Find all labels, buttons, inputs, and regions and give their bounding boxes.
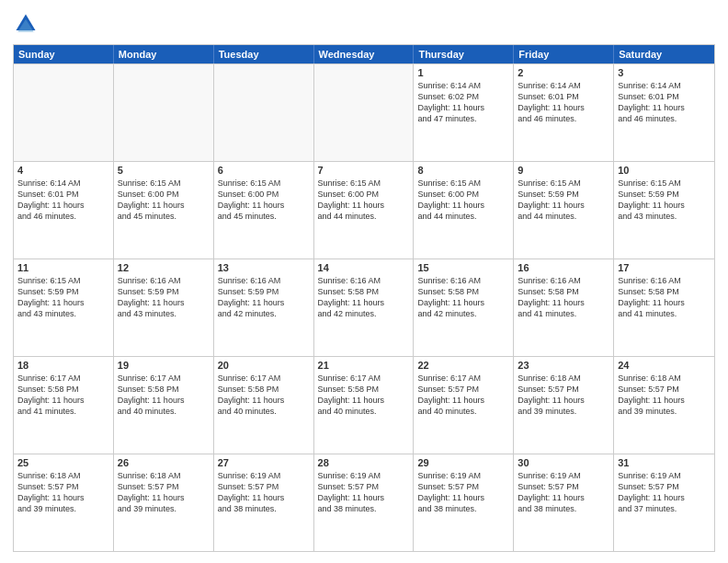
calendar-day-cell: 1Sunrise: 6:14 AM Sunset: 6:02 PM Daylig… xyxy=(414,64,514,161)
day-number: 24 xyxy=(618,360,711,371)
day-info: Sunrise: 6:17 AM Sunset: 5:58 PM Dayligh… xyxy=(17,373,109,418)
day-info: Sunrise: 6:19 AM Sunset: 5:57 PM Dayligh… xyxy=(417,470,509,515)
day-number: 5 xyxy=(118,165,210,176)
day-number: 3 xyxy=(618,67,711,78)
calendar-header-cell: Wednesday xyxy=(314,45,415,63)
day-info: Sunrise: 6:15 AM Sunset: 5:59 PM Dayligh… xyxy=(618,178,711,223)
calendar-day-cell: 15Sunrise: 6:16 AM Sunset: 5:58 PM Dayli… xyxy=(414,259,514,356)
calendar-week-row: 4Sunrise: 6:14 AM Sunset: 6:01 PM Daylig… xyxy=(14,161,714,259)
logo xyxy=(13,11,42,37)
calendar-header-cell: Tuesday xyxy=(214,45,314,63)
day-number: 10 xyxy=(618,165,711,176)
calendar-day-cell: 30Sunrise: 6:19 AM Sunset: 5:57 PM Dayli… xyxy=(514,454,614,551)
calendar-day-cell: 25Sunrise: 6:18 AM Sunset: 5:57 PM Dayli… xyxy=(14,454,114,551)
day-number: 13 xyxy=(218,262,310,273)
day-info: Sunrise: 6:18 AM Sunset: 5:57 PM Dayligh… xyxy=(118,470,210,515)
day-info: Sunrise: 6:17 AM Sunset: 5:58 PM Dayligh… xyxy=(118,373,210,418)
day-info: Sunrise: 6:15 AM Sunset: 6:00 PM Dayligh… xyxy=(118,178,210,223)
day-number: 17 xyxy=(618,262,711,273)
calendar: SundayMondayTuesdayWednesdayThursdayFrid… xyxy=(13,44,715,552)
day-number: 14 xyxy=(318,262,410,273)
calendar-day-cell: 5Sunrise: 6:15 AM Sunset: 6:00 PM Daylig… xyxy=(114,162,214,259)
calendar-header: SundayMondayTuesdayWednesdayThursdayFrid… xyxy=(14,45,714,63)
day-number: 18 xyxy=(17,360,109,371)
calendar-day-cell: 4Sunrise: 6:14 AM Sunset: 6:01 PM Daylig… xyxy=(14,162,114,259)
day-info: Sunrise: 6:14 AM Sunset: 6:01 PM Dayligh… xyxy=(618,80,711,125)
day-number: 11 xyxy=(17,262,109,273)
calendar-day-cell xyxy=(114,64,214,161)
calendar-day-cell: 12Sunrise: 6:16 AM Sunset: 5:59 PM Dayli… xyxy=(114,259,214,356)
day-number: 9 xyxy=(518,165,609,176)
day-info: Sunrise: 6:14 AM Sunset: 6:02 PM Dayligh… xyxy=(417,80,509,125)
logo-icon xyxy=(13,11,39,37)
day-number: 15 xyxy=(417,262,509,273)
day-info: Sunrise: 6:15 AM Sunset: 6:00 PM Dayligh… xyxy=(318,178,410,223)
day-number: 7 xyxy=(318,165,410,176)
calendar-day-cell: 2Sunrise: 6:14 AM Sunset: 6:01 PM Daylig… xyxy=(514,64,614,161)
calendar-week-row: 18Sunrise: 6:17 AM Sunset: 5:58 PM Dayli… xyxy=(14,356,714,454)
calendar-day-cell: 26Sunrise: 6:18 AM Sunset: 5:57 PM Dayli… xyxy=(114,454,214,551)
calendar-header-cell: Saturday xyxy=(614,45,714,63)
calendar-day-cell: 6Sunrise: 6:15 AM Sunset: 6:00 PM Daylig… xyxy=(214,162,314,259)
day-info: Sunrise: 6:16 AM Sunset: 5:58 PM Dayligh… xyxy=(618,275,711,320)
day-info: Sunrise: 6:14 AM Sunset: 6:01 PM Dayligh… xyxy=(17,178,109,223)
calendar-day-cell xyxy=(214,64,314,161)
day-number: 26 xyxy=(118,457,210,468)
calendar-day-cell: 27Sunrise: 6:19 AM Sunset: 5:57 PM Dayli… xyxy=(214,454,314,551)
day-number: 30 xyxy=(518,457,609,468)
calendar-header-cell: Friday xyxy=(514,45,614,63)
calendar-day-cell: 17Sunrise: 6:16 AM Sunset: 5:58 PM Dayli… xyxy=(614,259,714,356)
calendar-day-cell: 28Sunrise: 6:19 AM Sunset: 5:57 PM Dayli… xyxy=(314,454,415,551)
calendar-day-cell: 10Sunrise: 6:15 AM Sunset: 5:59 PM Dayli… xyxy=(614,162,714,259)
calendar-day-cell: 13Sunrise: 6:16 AM Sunset: 5:59 PM Dayli… xyxy=(214,259,314,356)
day-info: Sunrise: 6:18 AM Sunset: 5:57 PM Dayligh… xyxy=(17,470,109,515)
day-info: Sunrise: 6:18 AM Sunset: 5:57 PM Dayligh… xyxy=(618,373,711,418)
day-number: 27 xyxy=(218,457,310,468)
day-number: 21 xyxy=(318,360,410,371)
day-number: 6 xyxy=(218,165,310,176)
calendar-day-cell: 11Sunrise: 6:15 AM Sunset: 5:59 PM Dayli… xyxy=(14,259,114,356)
day-number: 12 xyxy=(118,262,210,273)
day-number: 28 xyxy=(318,457,410,468)
day-info: Sunrise: 6:16 AM Sunset: 5:58 PM Dayligh… xyxy=(518,275,609,320)
calendar-day-cell: 3Sunrise: 6:14 AM Sunset: 6:01 PM Daylig… xyxy=(614,64,714,161)
day-info: Sunrise: 6:15 AM Sunset: 6:00 PM Dayligh… xyxy=(417,178,509,223)
calendar-day-cell: 22Sunrise: 6:17 AM Sunset: 5:57 PM Dayli… xyxy=(414,357,514,454)
day-info: Sunrise: 6:17 AM Sunset: 5:58 PM Dayligh… xyxy=(218,373,310,418)
day-info: Sunrise: 6:18 AM Sunset: 5:57 PM Dayligh… xyxy=(518,373,609,418)
calendar-day-cell: 24Sunrise: 6:18 AM Sunset: 5:57 PM Dayli… xyxy=(614,357,714,454)
calendar-day-cell: 7Sunrise: 6:15 AM Sunset: 6:00 PM Daylig… xyxy=(314,162,415,259)
calendar-day-cell: 14Sunrise: 6:16 AM Sunset: 5:58 PM Dayli… xyxy=(314,259,415,356)
calendar-day-cell: 16Sunrise: 6:16 AM Sunset: 5:58 PM Dayli… xyxy=(514,259,614,356)
header xyxy=(13,11,715,37)
day-info: Sunrise: 6:19 AM Sunset: 5:57 PM Dayligh… xyxy=(218,470,310,515)
day-info: Sunrise: 6:19 AM Sunset: 5:57 PM Dayligh… xyxy=(518,470,609,515)
calendar-day-cell: 31Sunrise: 6:19 AM Sunset: 5:57 PM Dayli… xyxy=(614,454,714,551)
day-info: Sunrise: 6:14 AM Sunset: 6:01 PM Dayligh… xyxy=(518,80,609,125)
day-number: 1 xyxy=(417,67,509,78)
calendar-day-cell: 19Sunrise: 6:17 AM Sunset: 5:58 PM Dayli… xyxy=(114,357,214,454)
calendar-day-cell xyxy=(14,64,114,161)
day-number: 8 xyxy=(417,165,509,176)
calendar-week-row: 1Sunrise: 6:14 AM Sunset: 6:02 PM Daylig… xyxy=(14,63,714,161)
day-info: Sunrise: 6:16 AM Sunset: 5:59 PM Dayligh… xyxy=(218,275,310,320)
day-info: Sunrise: 6:17 AM Sunset: 5:58 PM Dayligh… xyxy=(318,373,410,418)
day-number: 22 xyxy=(417,360,509,371)
day-number: 23 xyxy=(518,360,609,371)
day-number: 25 xyxy=(17,457,109,468)
calendar-day-cell xyxy=(314,64,415,161)
calendar-body: 1Sunrise: 6:14 AM Sunset: 6:02 PM Daylig… xyxy=(14,63,714,551)
day-number: 16 xyxy=(518,262,609,273)
day-info: Sunrise: 6:15 AM Sunset: 5:59 PM Dayligh… xyxy=(518,178,609,223)
day-info: Sunrise: 6:19 AM Sunset: 5:57 PM Dayligh… xyxy=(618,470,711,515)
day-number: 4 xyxy=(17,165,109,176)
day-info: Sunrise: 6:15 AM Sunset: 6:00 PM Dayligh… xyxy=(218,178,310,223)
calendar-header-cell: Monday xyxy=(114,45,214,63)
page: SundayMondayTuesdayWednesdayThursdayFrid… xyxy=(0,0,728,563)
day-info: Sunrise: 6:16 AM Sunset: 5:59 PM Dayligh… xyxy=(118,275,210,320)
calendar-day-cell: 20Sunrise: 6:17 AM Sunset: 5:58 PM Dayli… xyxy=(214,357,314,454)
calendar-day-cell: 18Sunrise: 6:17 AM Sunset: 5:58 PM Dayli… xyxy=(14,357,114,454)
calendar-week-row: 25Sunrise: 6:18 AM Sunset: 5:57 PM Dayli… xyxy=(14,454,714,551)
calendar-day-cell: 21Sunrise: 6:17 AM Sunset: 5:58 PM Dayli… xyxy=(314,357,415,454)
calendar-day-cell: 29Sunrise: 6:19 AM Sunset: 5:57 PM Dayli… xyxy=(414,454,514,551)
